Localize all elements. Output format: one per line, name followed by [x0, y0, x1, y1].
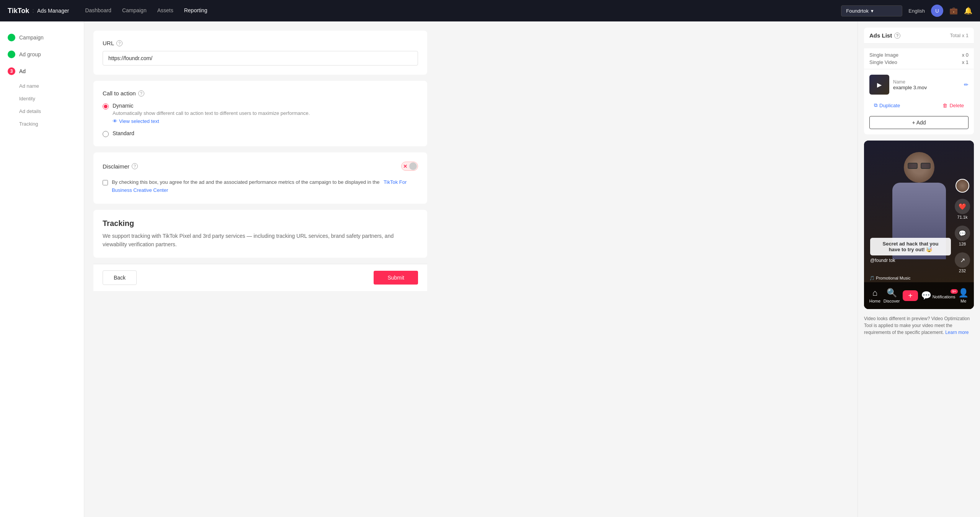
tracking-title: Tracking	[103, 219, 418, 228]
sidebar-item-adgroup[interactable]: ✓ Ad group	[0, 46, 84, 63]
disclaimer-card: Disclaimer ? ✕ By checking this box, you…	[93, 152, 427, 204]
ad-name-label: Name	[893, 79, 960, 85]
user-avatar[interactable]: U	[931, 5, 943, 17]
disclaimer-checkbox-row: By checking this box, you agree for the …	[103, 178, 418, 195]
briefcase-icon[interactable]: 💼	[949, 7, 958, 15]
disclaimer-checkbox[interactable]	[103, 180, 108, 186]
cta-dynamic-desc: Automatically show different call to act…	[113, 110, 310, 116]
brand-tiktok: TikTok	[8, 7, 29, 15]
learn-more-link[interactable]: Learn more	[945, 330, 969, 335]
sidebar-sub-identity[interactable]: Identity	[0, 92, 84, 105]
share-icon: ↗	[955, 252, 970, 268]
sidebar-item-ad[interactable]: 3 Ad	[0, 63, 84, 80]
ad-actions: ⧉ Duplicate 🗑 Delete	[869, 100, 969, 111]
ad-headline: Secret ad hack that you have to try out!…	[870, 238, 951, 255]
main-content: URL ? Call to action ? Dynamic Automat	[84, 21, 858, 517]
like-icon: ❤️	[955, 199, 970, 214]
back-button[interactable]: Back	[103, 270, 137, 285]
cta-standard-label: Standard	[113, 130, 134, 136]
nav-assets[interactable]: Assets	[157, 6, 173, 16]
sidebar-sub-addetails[interactable]: Ad details	[0, 105, 84, 118]
sidebar-label-campaign: Campaign	[19, 34, 44, 41]
tracking-desc: We support tracking with TikTok Pixel an…	[103, 232, 418, 249]
avatar-icon-wrapper	[956, 179, 969, 193]
notifications-icon: 💬	[921, 291, 931, 300]
sidebar-item-campaign[interactable]: ✓ Campaign	[0, 29, 84, 46]
profile-icon: 👤	[958, 288, 969, 298]
step-adgroup: ✓	[8, 51, 15, 58]
cta-help-icon[interactable]: ?	[138, 90, 144, 97]
like-count: 71.1k	[957, 215, 968, 219]
sidebar-sub-adname[interactable]: Ad name	[0, 80, 84, 92]
delete-icon: 🗑	[942, 103, 947, 108]
nav-reporting[interactable]: Reporting	[184, 6, 207, 16]
glasses	[908, 163, 931, 169]
sidebar: ✓ Campaign ✓ Ad group 3 Ad Ad name Ident…	[0, 21, 84, 517]
nav-links: Dashboard Campaign Assets Reporting	[85, 6, 207, 16]
disclaimer-help-icon[interactable]: ?	[132, 163, 138, 169]
notification-icon[interactable]: 🔔	[964, 7, 972, 15]
right-panel: Ads List ? Total x 1 Single Image x 0 Si…	[858, 21, 980, 517]
delete-button[interactable]: 🗑 Delete	[938, 100, 969, 111]
cta-standard-option[interactable]: Standard	[103, 130, 418, 137]
sidebar-label-ad: Ad	[19, 68, 26, 74]
cta-dynamic-radio[interactable]	[103, 103, 109, 110]
sidebar-sub-tracking[interactable]: Tracking	[0, 118, 84, 130]
tiktok-discover: 🔍 Discover	[884, 288, 900, 303]
notification-badge: 9+	[951, 289, 957, 294]
ad-name-section: Name example 3.mov	[893, 79, 960, 90]
disclaimer-toggle[interactable]: ✕	[401, 162, 418, 171]
ads-list-container: Ads List ? Total x 1 Single Image x 0 Si…	[864, 28, 974, 134]
submit-button[interactable]: Submit	[374, 271, 418, 285]
tracking-card: Tracking We support tracking with TikTok…	[93, 210, 427, 258]
step-campaign: ✓	[8, 34, 15, 41]
language-button[interactable]: English	[908, 8, 925, 14]
brand-sub: Ads Manager	[37, 8, 69, 14]
play-icon: ▶	[869, 75, 889, 95]
ads-total-badge: Total x 1	[950, 33, 969, 38]
cta-dynamic-option[interactable]: Dynamic Automatically show different cal…	[103, 103, 418, 124]
share-count: 232	[959, 268, 966, 273]
creator-avatar-icon	[956, 179, 969, 193]
url-help-icon[interactable]: ?	[116, 40, 122, 46]
bottom-bar: Back Submit	[93, 264, 427, 291]
ads-list-header: Ads List ? Total x 1	[864, 28, 974, 44]
duplicate-icon: ⧉	[874, 102, 877, 108]
duplicate-button[interactable]: ⧉ Duplicate	[869, 100, 905, 111]
home-icon: ⌂	[872, 288, 877, 298]
ads-list-stats: Single Image x 0 Single Video x 1	[864, 48, 974, 69]
video-note: Video looks different in preview? Video …	[864, 315, 974, 336]
toggle-close-icon: ✕	[403, 164, 407, 169]
comment-icon: 💬	[955, 226, 970, 241]
account-name: @foundr tok	[870, 258, 951, 263]
cta-label: Call to action ?	[103, 90, 418, 97]
ads-list-help-icon[interactable]: ?	[894, 33, 900, 39]
nav-dashboard[interactable]: Dashboard	[85, 6, 111, 16]
brand-logo[interactable]: TikTok : Ads Manager	[8, 7, 69, 15]
edit-icon[interactable]: ✏	[964, 82, 969, 88]
preview-background: ❤️ 71.1k 💬 128 ↗ 232 Secret ad ha	[864, 141, 974, 309]
view-selected-text-link[interactable]: 👁 View selected text	[113, 118, 159, 124]
nav-right: Foundrtok ▾ English U 💼 🔔	[841, 5, 972, 17]
video-preview: ❤️ 71.1k 💬 128 ↗ 232 Secret ad ha	[864, 141, 974, 309]
account-selector[interactable]: Foundrtok ▾	[841, 5, 902, 16]
top-nav: TikTok : Ads Manager Dashboard Campaign …	[0, 0, 980, 21]
ad-thumbnail: ▶	[869, 75, 889, 95]
single-video-stat: Single Video x 1	[869, 59, 969, 65]
single-image-stat: Single Image x 0	[869, 52, 969, 58]
cta-standard-radio[interactable]	[103, 131, 109, 137]
url-input[interactable]	[103, 51, 418, 65]
tiktok-profile: 👤 Me	[958, 288, 969, 303]
content-area: URL ? Call to action ? Dynamic Automat	[84, 21, 436, 300]
tiktok-notifications: 💬 9+ Notifications	[921, 291, 956, 301]
discover-icon: 🔍	[887, 288, 897, 298]
cta-dynamic-label: Dynamic	[113, 103, 310, 109]
promo-music: 🎵 Promotional Music	[869, 276, 911, 281]
cta-dynamic-content: Dynamic Automatically show different cal…	[113, 103, 310, 124]
url-card: URL ?	[93, 31, 427, 75]
nav-campaign[interactable]: Campaign	[122, 6, 147, 16]
tiktok-home: ⌂ Home	[869, 288, 880, 303]
add-button[interactable]: + Add	[869, 116, 969, 129]
tiktok-bottom-bar: ⌂ Home 🔍 Discover + 💬 9+ Notifications	[864, 282, 974, 309]
toggle-knob	[409, 162, 417, 170]
